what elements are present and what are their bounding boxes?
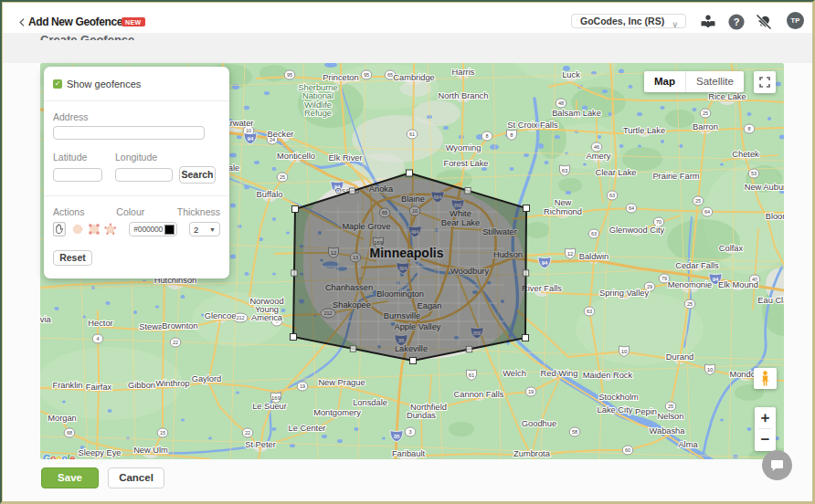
map-label: Gaylord (192, 374, 222, 383)
geofence-midpoint-handle[interactable] (523, 270, 528, 276)
map-label: Colfax (719, 244, 744, 253)
map-label: Maiden Rock (583, 371, 633, 380)
cancel-button[interactable]: Cancel (108, 467, 164, 488)
lake (720, 418, 724, 421)
geofence-midpoint-handle[interactable] (291, 270, 297, 276)
map-label: Alma (678, 440, 698, 449)
save-button[interactable]: Save (41, 467, 99, 488)
geofence-vertex-handle[interactable] (524, 205, 530, 212)
lake (767, 117, 771, 121)
map-label: Turtle Lake (623, 126, 665, 135)
geofence-vertex-handle[interactable] (523, 335, 529, 341)
pan-tool-button[interactable] (53, 221, 66, 237)
draw-rectangle-button[interactable] (89, 223, 100, 236)
map-label: St Croix Falls (507, 121, 558, 130)
route-shield: 95 (284, 70, 295, 79)
geofence-vertex-handle[interactable] (407, 170, 413, 176)
map-label: Faribault (392, 449, 426, 458)
lake (62, 400, 66, 403)
draw-polygon-button[interactable] (104, 222, 117, 236)
svg-text:25: 25 (703, 110, 708, 116)
svg-text:63: 63 (591, 231, 597, 236)
fullscreen-button[interactable] (754, 71, 776, 93)
route-shield: 22 (170, 338, 181, 347)
geofence-vertex-handle[interactable] (292, 206, 299, 213)
svg-text:8: 8 (747, 126, 750, 131)
lake (272, 272, 276, 275)
lake (245, 272, 249, 276)
map-label: Balsam Lake (552, 109, 601, 118)
route-shield: 10 (705, 364, 715, 375)
reset-button[interactable]: Reset (53, 250, 92, 266)
google-logo: Google (43, 453, 75, 459)
map-label: Harris (452, 68, 475, 77)
geofence-vertex-handle[interactable] (291, 334, 297, 341)
lake (583, 163, 587, 165)
route-shield: 46 (591, 142, 602, 152)
thickness-select[interactable]: 2 ▼ (189, 222, 220, 236)
lake (510, 167, 514, 171)
longitude-input[interactable] (115, 168, 173, 182)
lake (382, 436, 386, 439)
svg-text:53: 53 (751, 171, 757, 176)
lake (629, 85, 633, 89)
map-label: Monticello (277, 152, 315, 161)
show-geofences-checkbox[interactable]: ✓ (53, 79, 62, 89)
route-shield: 68 (64, 428, 75, 437)
geofence-midpoint-handle[interactable] (466, 346, 471, 352)
lake (566, 191, 571, 194)
geofence-midpoint-handle[interactable] (465, 188, 471, 194)
geofence-midpoint-handle[interactable] (350, 346, 355, 352)
search-button[interactable]: Search (179, 166, 216, 184)
svg-text:22: 22 (245, 430, 250, 436)
geofence-polygon[interactable] (293, 173, 526, 362)
colour-field[interactable]: #000000 (129, 222, 177, 236)
company-selector-value: GoCodes, Inc (RS) (580, 16, 664, 26)
svg-text:94: 94 (248, 136, 254, 142)
company-selector[interactable]: GoCodes, Inc (RS) ∨ (571, 14, 686, 28)
lake (747, 427, 752, 431)
lake (747, 112, 752, 116)
map-label: Bloomer (766, 212, 784, 221)
map-label: Lake City (598, 405, 633, 415)
map-label: Buffalo (257, 190, 283, 199)
pegman-control[interactable] (754, 368, 777, 389)
latitude-label: Latitude (53, 152, 115, 163)
chat-widget[interactable] (762, 450, 792, 480)
lake (693, 108, 697, 111)
map-button[interactable]: Map (644, 71, 685, 92)
zoom-in-button[interactable]: + (755, 407, 776, 428)
map-label: Stockholm (598, 393, 639, 402)
longitude-label: Longitude (115, 152, 157, 163)
svg-text:10: 10 (707, 367, 714, 373)
route-shield: 8 (744, 124, 755, 133)
svg-text:35: 35 (394, 434, 400, 439)
satellite-button[interactable]: Satellite (685, 71, 744, 92)
svg-text:68: 68 (67, 430, 72, 436)
svg-text:19: 19 (528, 389, 534, 394)
geofence-vertex-handle[interactable] (410, 358, 417, 364)
colour-swatch[interactable] (164, 225, 175, 235)
map-label: Le Sueur (252, 402, 287, 411)
fullscreen-icon (759, 77, 770, 88)
lake (272, 427, 277, 431)
geofence-midpoint-handle[interactable] (349, 188, 355, 194)
training-icon[interactable] (699, 13, 717, 31)
lake (322, 435, 327, 438)
help-icon[interactable]: ? (727, 13, 746, 31)
route-shield: 3 (405, 427, 416, 436)
notifications-off-icon[interactable] (755, 13, 773, 31)
draw-circle-button[interactable] (72, 223, 83, 236)
map-label: Gibbon (128, 381, 155, 390)
zoom-out-button[interactable]: − (755, 429, 776, 450)
lake (490, 144, 499, 150)
route-shield: 63 (588, 229, 599, 238)
address-input[interactable] (53, 126, 205, 140)
map-label: Lonsdale (353, 398, 387, 407)
latitude-input[interactable] (53, 168, 102, 182)
map-label: Goodhue (522, 419, 556, 428)
map-label: Elk Mound (718, 280, 758, 289)
back-icon[interactable] (17, 16, 27, 28)
route-shield: 58 (569, 427, 580, 436)
avatar[interactable]: TP (787, 12, 804, 29)
